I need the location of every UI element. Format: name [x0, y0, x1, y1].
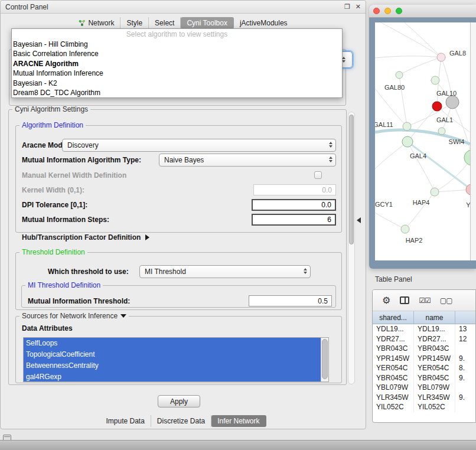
tab-discretize-data[interactable]: Discretize Data — [151, 415, 211, 427]
tab-select[interactable]: Select — [149, 17, 181, 29]
settings-scrollbar[interactable] — [348, 112, 355, 384]
tab-style[interactable]: Style — [120, 17, 149, 29]
sources-section[interactable]: Sources for Network Inference — [19, 312, 129, 320]
cell: YBR045C — [414, 373, 455, 383]
bottom-tabs: Impute DataDiscretize DataInfer Network — [1, 414, 366, 428]
table-body: YDL19...YDL19...13YDR27...YDR27...12YBR0… — [373, 324, 475, 422]
data-attributes-label: Data Attributes — [22, 324, 73, 332]
tab-jactivemodules-label: jActiveModules — [240, 19, 288, 27]
attribute-item-selfloops[interactable]: SelfLoops — [24, 338, 328, 349]
table-row[interactable]: YBR043CYBR043C — [373, 344, 475, 354]
network-view-window: GAL8GAL80GAL10GAL11GAL1SWI4GAL4GCY1HAP4Y… — [369, 5, 476, 269]
network-edge — [405, 192, 435, 229]
tab-network-label: Network — [88, 19, 114, 27]
node-label: GCY1 — [375, 201, 393, 208]
network-node[interactable] — [396, 71, 403, 79]
dropdown-item-basic-correlation-inference[interactable]: Basic Correlation Inference — [12, 49, 342, 58]
control-panel-titlebar: Control Panel ❐ ✕ — [1, 1, 366, 14]
node-label: GAL80 — [384, 84, 405, 91]
network-canvas[interactable]: GAL8GAL80GAL10GAL11GAL1SWI4GAL4GCY1HAP4Y… — [375, 22, 470, 260]
node-label: HAP4 — [413, 199, 430, 206]
tab-impute-data[interactable]: Impute Data — [100, 415, 151, 427]
tab-jactivemodules[interactable]: jActiveModules — [234, 17, 294, 29]
cell: YBR043C — [414, 344, 455, 354]
mi-threshold-field[interactable]: 0.5 — [249, 295, 332, 306]
zoom-button[interactable] — [396, 8, 402, 14]
network-scrollbar[interactable] — [470, 22, 476, 260]
cell: 9. — [455, 393, 475, 403]
attribute-item-gal4rgexp[interactable]: gal4RGexp — [24, 371, 328, 382]
panel-collapse-arrow[interactable] — [357, 217, 361, 223]
table-row[interactable]: YIL052CYIL052C — [373, 402, 475, 412]
attribute-item-betweennesscentrality[interactable]: BetweennessCentrality — [24, 360, 328, 371]
network-node[interactable] — [431, 76, 439, 84]
table-row[interactable]: YLR345WYLR345W9. — [373, 393, 475, 403]
network-node[interactable] — [464, 150, 470, 165]
hub-transcription-section[interactable]: Hub/Transcription Factor Definition — [22, 233, 149, 242]
column-header-shared[interactable]: shared... — [373, 311, 414, 324]
network-node[interactable] — [432, 102, 442, 111]
cell — [455, 344, 475, 354]
table-row[interactable]: YBR045CYBR045C9. — [373, 373, 475, 383]
tab-infer-network[interactable]: Infer Network — [211, 415, 266, 427]
which-threshold-select[interactable]: MI Threshold — [139, 265, 311, 278]
table-toolbar: ⚙ ☑☑ ▢▢ — [373, 290, 475, 311]
tab-network[interactable]: Network — [73, 17, 120, 29]
aracne-mode-select[interactable]: Discovery — [62, 139, 336, 152]
kernel-width-field[interactable]: 0.0 — [253, 184, 336, 195]
dropdown-item-dream8-dc-tdc-algorithm[interactable]: Dream8 DC_TDC Algorithm — [12, 88, 342, 97]
cell: YPR145W — [373, 354, 414, 364]
scrollbar-thumb[interactable] — [349, 115, 354, 244]
manual-kernel-width-label: Manual Kernel Width Definition — [22, 171, 126, 180]
scrollbar-thumb[interactable] — [322, 339, 328, 379]
dropdown-item-mutual-information-inference[interactable]: Mutual Information Inference — [12, 69, 342, 78]
dpi-tolerance-field[interactable]: 0.0 — [252, 199, 336, 211]
table-row[interactable]: YPR145WYPR145W9. — [373, 354, 475, 364]
attribute-list-scrollbar[interactable] — [321, 338, 328, 381]
cell: YBR043C — [373, 344, 414, 354]
mi-algorithm-type-label: Mutual Information Algorithm Type: — [22, 156, 141, 164]
attribute-item-topologicalcoefficient[interactable]: TopologicalCoefficient — [24, 349, 328, 360]
cell: YER054C — [373, 363, 414, 373]
network-node[interactable] — [438, 128, 445, 135]
minimize-button[interactable] — [384, 8, 391, 14]
dropdown-item-bayesian-hill-climbing[interactable]: Bayesian - Hill Climbing — [12, 40, 342, 49]
mi-algorithm-type-value: Naive Bayes — [164, 156, 204, 164]
table-panel-window: ⚙ ☑☑ ▢▢ shared...name YDL19...YDL19...13… — [372, 289, 476, 423]
network-edge — [381, 22, 441, 57]
dropdown-item-aracne-algorithm[interactable]: ARACNE Algorithm — [12, 59, 342, 69]
manual-kernel-width-checkbox[interactable] — [314, 171, 322, 179]
tab-select-label: Select — [155, 19, 174, 27]
mi-algorithm-type-select[interactable]: Naive Bayes — [159, 154, 336, 167]
column-header-col2[interactable] — [455, 311, 475, 324]
table-row[interactable]: YDR27...YDR27...12 — [373, 334, 475, 344]
network-node[interactable] — [401, 225, 409, 233]
mi-steps-field[interactable]: 6 — [252, 214, 336, 226]
table-row[interactable]: YDL19...YDL19...13 — [373, 324, 475, 334]
float-window-icon[interactable]: ❐ — [344, 3, 350, 11]
deselect-all-icon[interactable]: ▢▢ — [440, 296, 452, 305]
network-node[interactable] — [403, 122, 411, 131]
columns-icon[interactable] — [400, 296, 409, 304]
apply-button[interactable]: Apply — [158, 395, 200, 407]
network-node[interactable] — [431, 188, 439, 196]
network-node[interactable] — [437, 53, 445, 61]
network-edge — [407, 142, 470, 190]
cell: 9. — [455, 373, 475, 383]
combo-arrows-icon — [329, 142, 332, 148]
dropdown-item-bayesian-k2[interactable]: Bayesian - K2 — [12, 79, 342, 88]
column-header-name[interactable]: name — [414, 311, 455, 324]
tab-infer-network-label: Infer Network — [217, 417, 259, 425]
data-attributes-list[interactable]: SelfLoopsTopologicalCoefficientBetweenne… — [23, 337, 329, 382]
network-node[interactable] — [402, 136, 413, 147]
table-row[interactable]: YBL079WYBL079W — [373, 383, 475, 393]
select-all-icon[interactable]: ☑☑ — [419, 296, 431, 305]
close-button[interactable] — [373, 8, 380, 14]
node-label: HAP2 — [406, 237, 423, 244]
tab-cyni-toolbox[interactable]: Cyni Toolbox — [181, 17, 233, 29]
table-row[interactable]: YER054CYER054C8. — [373, 363, 475, 373]
network-node[interactable] — [446, 96, 459, 109]
cell: YLR345W — [373, 393, 414, 403]
close-icon[interactable]: ✕ — [356, 3, 361, 11]
gear-icon[interactable]: ⚙ — [382, 295, 390, 306]
